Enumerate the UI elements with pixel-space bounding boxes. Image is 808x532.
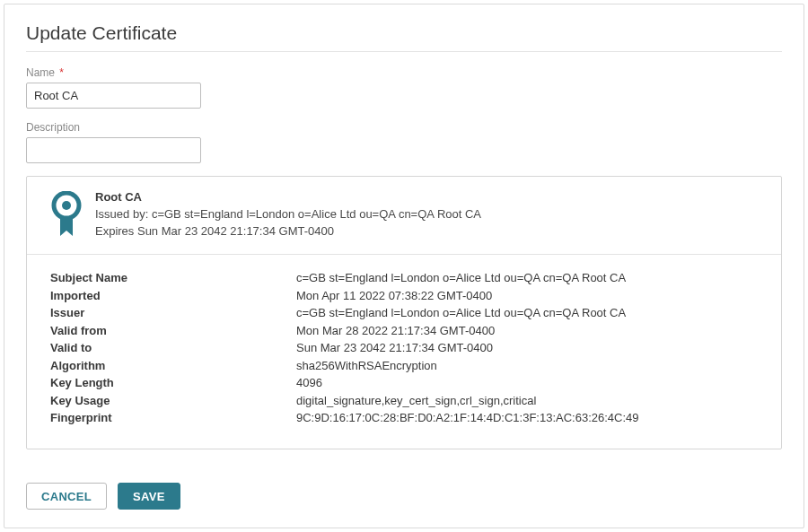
detail-row: Key Length 4096 [50,374,765,392]
certificate-name: Root CA [95,189,481,206]
description-input[interactable] [26,137,201,163]
detail-label: Algorithm [50,357,296,375]
update-certificate-panel: Update Certificate Name * Description Ro… [4,4,804,528]
detail-row: Key Usage digital_signature,key_cert_sig… [50,392,765,410]
name-label: Name * [26,66,782,79]
detail-label: Valid to [50,339,296,357]
detail-label: Key Usage [50,392,296,410]
certificate-expires: Expires Sun Mar 23 2042 21:17:34 GMT-040… [95,223,481,240]
certificate-header: Root CA Issued by: c=GB st=England l=Lon… [27,177,781,255]
detail-row: Subject Name c=GB st=England l=London o=… [50,269,765,287]
detail-value: Mon Mar 28 2022 21:17:34 GMT-0400 [296,322,495,340]
certificate-header-text: Root CA Issued by: c=GB st=England l=Lon… [95,189,481,240]
page-title: Update Certificate [26,22,782,44]
certificate-issued-by: Issued by: c=GB st=England l=London o=Al… [95,206,481,223]
detail-value: sha256WithRSAEncryption [296,357,437,375]
detail-row: Valid from Mon Mar 28 2022 21:17:34 GMT-… [50,322,765,340]
detail-row: Fingerprint 9C:9D:16:17:0C:28:BF:D0:A2:1… [50,409,765,427]
detail-label: Valid from [50,322,296,340]
detail-row: Issuer c=GB st=England l=London o=Alice … [50,304,765,322]
expires-value: Sun Mar 23 2042 21:17:34 GMT-0400 [137,224,334,238]
detail-row: Algorithm sha256WithRSAEncryption [50,357,765,375]
description-label: Description [26,121,782,134]
name-label-text: Name [26,66,55,79]
detail-value: c=GB st=England l=London o=Alice Ltd ou=… [296,304,626,322]
detail-value: Sun Mar 23 2042 21:17:34 GMT-0400 [296,339,493,357]
issued-by-prefix: Issued by: [95,207,152,221]
save-button[interactable]: SAVE [118,483,180,510]
certificate-details: Subject Name c=GB st=England l=London o=… [27,255,781,449]
button-row: CANCEL SAVE [26,483,180,510]
detail-value: 4096 [296,374,322,392]
detail-value: c=GB st=England l=London o=Alice Ltd ou=… [296,269,626,287]
detail-label: Key Length [50,374,296,392]
detail-value: Mon Apr 11 2022 07:38:22 GMT-0400 [296,287,492,305]
detail-label: Fingerprint [50,409,296,427]
detail-label: Imported [50,287,296,305]
svg-point-1 [62,201,71,210]
detail-value: digital_signature,key_cert_sign,crl_sign… [296,392,536,410]
detail-value: 9C:9D:16:17:0C:28:BF:D0:A2:1F:14:4D:C1:3… [296,409,639,427]
cancel-button[interactable]: CANCEL [26,483,107,510]
detail-label: Issuer [50,304,296,322]
issued-by-value: c=GB st=England l=London o=Alice Ltd ou=… [152,207,481,221]
title-divider [26,51,782,52]
name-field-block: Name * [26,66,782,109]
name-input[interactable] [26,83,201,109]
detail-row: Valid to Sun Mar 23 2042 21:17:34 GMT-04… [50,339,765,357]
certificate-badge-icon [50,191,83,241]
certificate-box: Root CA Issued by: c=GB st=England l=Lon… [26,176,782,449]
description-field-block: Description [26,121,782,163]
expires-prefix: Expires [95,224,137,238]
detail-row: Imported Mon Apr 11 2022 07:38:22 GMT-04… [50,287,765,305]
detail-label: Subject Name [50,269,296,287]
required-star: * [59,66,64,79]
